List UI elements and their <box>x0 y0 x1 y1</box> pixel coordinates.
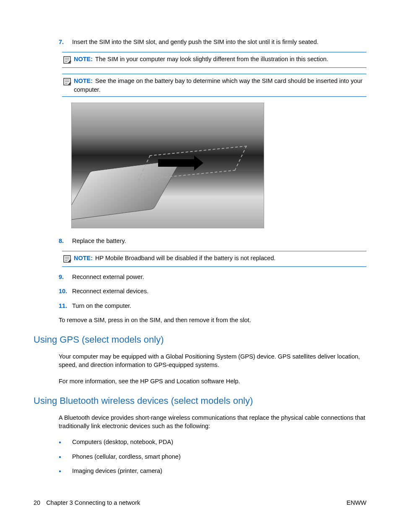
gps-paragraph-1: Your computer may be equipped with a Glo… <box>59 352 366 369</box>
note-icon <box>62 77 72 87</box>
illustration-arrow <box>158 159 196 167</box>
step-8: 8. Replace the battery. <box>59 237 366 245</box>
step-11: 11. Turn on the computer. <box>59 302 366 310</box>
step-number: 9. <box>59 273 72 281</box>
note-1: NOTE:The SIM in your computer may look s… <box>62 52 366 68</box>
note-text: HP Mobile Broadband will be disabled if … <box>95 255 275 261</box>
footer-right: ENWW <box>346 498 366 507</box>
note-text: See the image on the battery bay to dete… <box>74 77 363 93</box>
note-body: NOTE:The SIM in your computer may look s… <box>74 55 366 63</box>
note-3: NOTE:HP Mobile Broadband will be disable… <box>62 251 366 267</box>
gps-heading: Using GPS (select models only) <box>34 333 366 346</box>
page-number: 20 <box>34 498 40 507</box>
note-body: NOTE:HP Mobile Broadband will be disable… <box>74 254 366 262</box>
footer-left: 20 Chapter 3 Connecting to a network <box>34 498 140 507</box>
gps-paragraph-2: For more information, see the HP GPS and… <box>59 377 366 385</box>
step-text: Turn on the computer. <box>72 302 366 310</box>
note-text: The SIM in your computer may look slight… <box>95 56 328 62</box>
note-2: NOTE:See the image on the battery bay to… <box>62 74 366 97</box>
bullet-dot-icon: ● <box>59 438 72 446</box>
step-text: Insert the SIM into the SIM slot, and ge… <box>72 38 366 46</box>
note-body: NOTE:See the image on the battery bay to… <box>74 77 366 94</box>
note-icon <box>62 254 72 264</box>
sim-illustration <box>71 103 264 228</box>
step-9: 9. Reconnect external power. <box>59 273 366 281</box>
bluetooth-bullet-2: ● Phones (cellular, cordless, smart phon… <box>59 452 366 461</box>
step-number: 8. <box>59 237 72 245</box>
note-label: NOTE: <box>74 255 93 261</box>
step-text: Replace the battery. <box>72 237 366 245</box>
step-number: 7. <box>59 38 72 46</box>
note-label: NOTE: <box>74 77 93 84</box>
bullet-dot-icon: ● <box>59 467 72 475</box>
note-label: NOTE: <box>74 56 93 62</box>
step-7: 7. Insert the SIM into the SIM slot, and… <box>59 38 366 46</box>
step-number: 11. <box>59 302 72 310</box>
note-icon <box>62 55 72 65</box>
bullet-dot-icon: ● <box>59 452 72 461</box>
bullet-text: Imaging devices (printer, camera) <box>72 467 162 475</box>
bluetooth-intro: A Bluetooth device provides short-range … <box>59 413 366 431</box>
step-10: 10. Reconnect external devices. <box>59 287 366 295</box>
chapter-label: Chapter 3 Connecting to a network <box>46 498 140 507</box>
step-number: 10. <box>59 287 72 295</box>
bullet-text: Computers (desktop, notebook, PDA) <box>72 438 173 446</box>
remove-sim-text: To remove a SIM, press in on the SIM, an… <box>59 316 366 324</box>
page-footer: 20 Chapter 3 Connecting to a network ENW… <box>34 498 366 507</box>
step-text: Reconnect external power. <box>72 273 366 281</box>
bluetooth-heading: Using Bluetooth wireless devices (select… <box>34 395 366 408</box>
page-content: 7. Insert the SIM into the SIM slot, and… <box>59 38 366 475</box>
bluetooth-bullet-1: ● Computers (desktop, notebook, PDA) <box>59 438 366 446</box>
step-text: Reconnect external devices. <box>72 287 366 295</box>
bullet-text: Phones (cellular, cordless, smart phone) <box>72 452 181 461</box>
bluetooth-bullet-3: ● Imaging devices (printer, camera) <box>59 467 366 475</box>
